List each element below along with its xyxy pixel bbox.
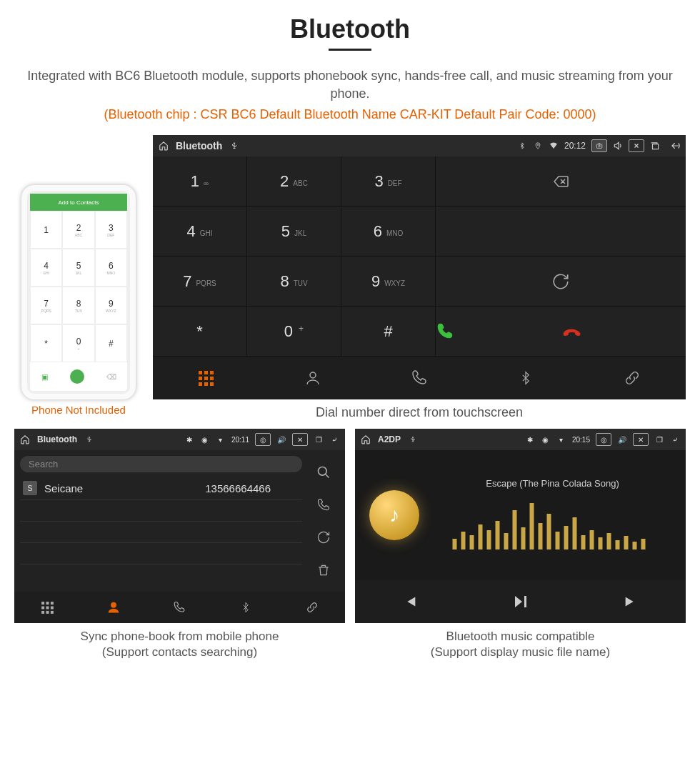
- screenshot-icon[interactable]: [591, 139, 607, 152]
- contact-number: 13566664466: [205, 482, 271, 494]
- key-6[interactable]: 6MNO: [341, 207, 436, 257]
- back-icon[interactable]: [670, 141, 680, 151]
- svg-rect-21: [573, 517, 577, 549]
- play-pause-button[interactable]: [465, 580, 575, 623]
- contact-row-empty: [20, 522, 302, 543]
- svg-point-6: [111, 603, 116, 608]
- screenshot-icon[interactable]: ◎: [255, 433, 271, 446]
- volume-icon[interactable]: 🔊: [276, 434, 286, 444]
- spec-line: (Bluetooth chip : CSR BC6 Default Blueto…: [14, 107, 686, 122]
- key-7[interactable]: 7PQRS: [153, 257, 247, 307]
- recent-apps-icon[interactable]: ❐: [314, 434, 324, 444]
- key-0[interactable]: 0+: [247, 307, 341, 357]
- sync-icon[interactable]: [316, 530, 331, 544]
- svg-rect-15: [521, 527, 526, 549]
- recent-apps-icon[interactable]: [650, 141, 660, 151]
- key-9[interactable]: 9WXYZ: [341, 257, 436, 307]
- backspace-button[interactable]: [436, 156, 686, 207]
- svg-rect-12: [496, 521, 500, 549]
- home-icon[interactable]: [20, 434, 30, 444]
- search-input[interactable]: Search: [20, 456, 302, 472]
- key-1[interactable]: 1∞: [153, 156, 247, 207]
- location-icon: ◉: [541, 434, 551, 444]
- home-icon[interactable]: [361, 434, 371, 444]
- statusbar-title: A2DP: [378, 434, 401, 444]
- tab-recent-calls[interactable]: [146, 592, 213, 623]
- clock-time: 20:15: [572, 436, 590, 444]
- contact-row-empty: [20, 500, 302, 522]
- svg-rect-16: [530, 503, 534, 549]
- bluetooth-icon: ✱: [525, 434, 535, 444]
- svg-rect-7: [453, 539, 457, 549]
- back-icon[interactable]: ⤶: [670, 434, 680, 444]
- key-#[interactable]: #: [341, 307, 436, 357]
- svg-rect-10: [479, 524, 483, 549]
- dial-panel: Bluetooth 20:12: [153, 135, 686, 399]
- svg-rect-14: [513, 510, 517, 549]
- tab-keypad[interactable]: [14, 592, 81, 623]
- redial-button[interactable]: [436, 257, 686, 307]
- blank-row: [436, 207, 686, 257]
- key-5[interactable]: 5JKL: [247, 207, 341, 257]
- volume-icon[interactable]: [613, 141, 623, 151]
- svg-rect-24: [599, 537, 603, 549]
- svg-rect-1: [596, 144, 602, 148]
- close-app-icon[interactable]: [629, 139, 644, 152]
- screenshot-icon[interactable]: ◎: [596, 433, 611, 446]
- key-3[interactable]: 3DEF: [341, 156, 436, 207]
- status-bar: Bluetooth 20:12: [153, 135, 686, 156]
- delete-icon[interactable]: [316, 563, 331, 577]
- song-title: Escape (The Pina Colada Song): [434, 478, 671, 489]
- key-8[interactable]: 8TUV: [247, 257, 341, 307]
- contact-row[interactable]: S Seicane 13566664466: [20, 477, 302, 500]
- key-*[interactable]: *: [153, 307, 247, 357]
- contacts-statusbar: Bluetooth ✱ ◉ ▾ 20:11 ◎ 🔊 ✕ ❐ ⤶: [14, 429, 345, 450]
- clock-time: 20:11: [231, 436, 249, 444]
- svg-rect-23: [590, 530, 594, 549]
- svg-rect-27: [624, 536, 629, 549]
- svg-rect-26: [616, 540, 620, 549]
- tab-contacts[interactable]: [259, 357, 366, 399]
- svg-rect-22: [581, 535, 586, 549]
- tab-bluetooth-devices[interactable]: [213, 592, 279, 623]
- svg-rect-17: [539, 523, 543, 549]
- tab-pair[interactable]: [579, 357, 686, 399]
- phone-mock-backspace-icon: ⌫: [106, 373, 116, 381]
- contact-initial-badge: S: [23, 481, 37, 495]
- usb-icon: [84, 434, 94, 444]
- tab-pair[interactable]: [279, 592, 345, 623]
- svg-rect-29: [641, 539, 646, 549]
- key-4[interactable]: 4GHI: [153, 207, 247, 257]
- svg-rect-9: [470, 535, 474, 549]
- search-icon[interactable]: [316, 465, 331, 479]
- wifi-icon: ▾: [556, 434, 566, 444]
- location-icon: ◉: [200, 434, 210, 444]
- svg-rect-8: [461, 532, 466, 549]
- back-icon[interactable]: ⤶: [329, 434, 339, 444]
- usb-icon: [229, 141, 239, 151]
- call-button[interactable]: [436, 322, 561, 341]
- tab-recent-calls[interactable]: [366, 357, 472, 399]
- hangup-button[interactable]: [561, 322, 686, 341]
- clock-time: 20:12: [564, 141, 586, 151]
- tab-bluetooth-devices[interactable]: [473, 357, 579, 399]
- svg-rect-13: [504, 533, 509, 549]
- page-description: Integrated with BC6 Bluetooth module, su…: [14, 67, 686, 103]
- svg-point-4: [310, 372, 316, 378]
- volume-icon[interactable]: 🔊: [617, 434, 627, 444]
- call-icon[interactable]: [316, 498, 331, 512]
- wifi-icon: [549, 141, 559, 151]
- key-2[interactable]: 2ABC: [247, 156, 341, 207]
- equalizer-visual: [434, 496, 671, 553]
- home-icon[interactable]: [159, 141, 169, 151]
- dial-keypad: 1∞2ABC3DEF4GHI5JKL6MNO7PQRS8TUV9WXYZ*0+#: [153, 156, 436, 357]
- prev-track-button[interactable]: [355, 580, 465, 623]
- recent-apps-icon[interactable]: ❐: [654, 434, 664, 444]
- music-panel: A2DP ✱ ◉ ▾ 20:15 ◎ 🔊 ✕ ❐ ⤶: [355, 429, 686, 623]
- close-app-icon[interactable]: ✕: [292, 433, 308, 446]
- close-app-icon[interactable]: ✕: [633, 433, 649, 446]
- phone-mockup: Add to Contacts 12ABC3DEF4GHI5JKL6MNO7PQ…: [14, 135, 143, 416]
- tab-keypad[interactable]: [153, 357, 259, 399]
- tab-contacts[interactable]: [81, 592, 147, 623]
- next-track-button[interactable]: [576, 580, 686, 623]
